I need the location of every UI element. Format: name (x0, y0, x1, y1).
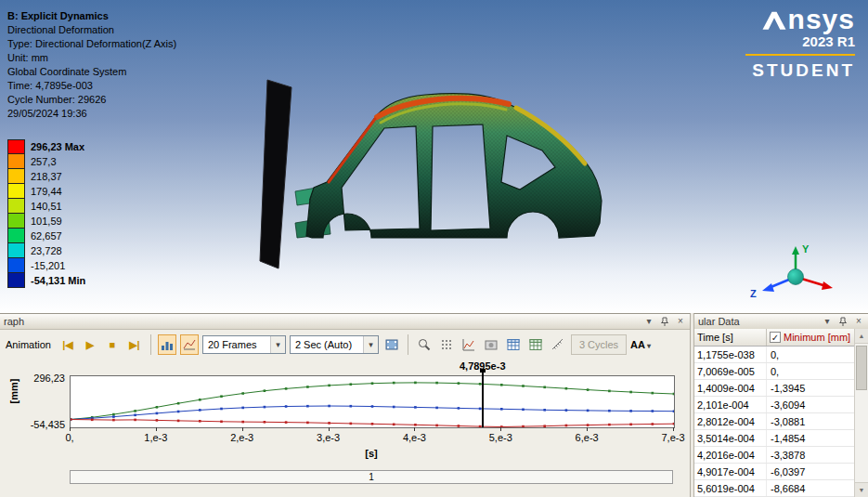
cell-minimum: -6,0397 (767, 466, 854, 477)
snapshot-button[interactable] (482, 334, 500, 355)
cell-minimum: -3,3878 (767, 450, 854, 461)
logo-edition: STUDENT (745, 60, 855, 81)
scrollbar-thumb[interactable] (856, 346, 867, 390)
table-row[interactable]: 5,6019e-004-8,6684 (694, 480, 854, 497)
chart-plot-area[interactable] (70, 375, 675, 428)
data-table: Time [s] ✓ Minimum [mm] 1,1755e-0380,7,0… (694, 329, 854, 497)
table-row[interactable]: 2,101e-004-3,6094 (694, 397, 854, 413)
x-tick-label: 3,e-3 (317, 432, 340, 443)
frames-select-value: 20 Frames (208, 339, 257, 350)
time-marker[interactable] (482, 369, 484, 427)
stop-button[interactable]: ■ (103, 334, 122, 355)
ruler-icon (551, 337, 565, 352)
table-icon (506, 337, 521, 352)
cell-time: 7,0069e-005 (694, 363, 767, 379)
cycles-button[interactable]: 3 Cycles (571, 334, 627, 355)
graph-panel-titlebar: raph ▾ × (0, 314, 690, 330)
legend-value: 62,657 (31, 230, 62, 242)
rear-quarter-warm-zone (516, 108, 585, 163)
table-row[interactable]: 1,1755e-0380, (694, 347, 854, 363)
x-tick-mark (414, 427, 415, 431)
pin-icon[interactable] (659, 317, 670, 327)
pan-button[interactable] (437, 334, 456, 355)
x-tick-mark (156, 427, 157, 431)
animation-label: Animation (6, 339, 51, 350)
legend-color-swatch (7, 229, 25, 243)
zoom-button[interactable] (415, 334, 434, 355)
tabular-panel-title: ular Data (698, 316, 740, 327)
result-set-slider[interactable]: 1 (70, 470, 673, 484)
legend-entry: 179,44 (7, 184, 85, 199)
front-rail-link (309, 199, 321, 223)
info-line: Directional Deformation (7, 23, 176, 37)
legend-entry: 218,37 (7, 169, 85, 184)
roof-rail-hot-zone (377, 98, 509, 117)
table-row[interactable]: 7,0069e-0050, (694, 363, 854, 380)
x-tick-mark (673, 427, 674, 431)
last-frame-button[interactable]: ▶| (125, 334, 144, 355)
front-rail-lower (295, 217, 330, 238)
legend-color-swatch (7, 214, 25, 229)
table-scrollbar[interactable]: ▲ ▼ (854, 329, 868, 497)
x-tick-label: 5,e-3 (489, 432, 512, 443)
scroll-up-icon[interactable]: ▲ (855, 329, 868, 344)
table-row[interactable]: 3,5014e-004-1,4854 (694, 430, 854, 447)
close-icon[interactable]: × (853, 316, 864, 327)
table-row[interactable]: 2,8012e-004-3,0881 (694, 413, 854, 430)
first-frame-button[interactable]: |◀ (58, 334, 77, 355)
table-row[interactable]: 4,9017e-004-6,0397 (694, 464, 854, 480)
export-table-alt-button[interactable] (526, 334, 545, 355)
x-tick-mark (70, 427, 71, 431)
cell-time: 4,2016e-004 (694, 447, 767, 463)
duration-select[interactable]: 2 Sec (Auto) ▾ (290, 335, 379, 354)
cell-time: 2,8012e-004 (694, 413, 767, 429)
ruler-button[interactable] (549, 334, 567, 355)
y-tick-max: 296,23 (13, 373, 65, 384)
legend-color-swatch (7, 199, 25, 214)
graph-panel: raph ▾ × Animation |◀ ▶ ■ ▶| (0, 313, 691, 497)
scroll-down-icon[interactable]: ▼ (855, 482, 868, 497)
legend-value: -15,201 (31, 260, 65, 271)
legend-entry: -54,131 Min (7, 273, 85, 288)
export-video-icon (384, 337, 399, 352)
legend-value: 101,59 (31, 216, 62, 227)
column-header-minimum[interactable]: ✓ Minimum [mm] (767, 332, 854, 343)
column-header-time[interactable]: Time [s] (694, 329, 767, 346)
bar-chart-toggle-button[interactable] (158, 334, 176, 355)
animation-toolbar: Animation |◀ ▶ ■ ▶| 20 Frames ▾ 2 Sec (0, 330, 690, 360)
legend-color-swatch (7, 139, 25, 154)
table-row[interactable]: 1,4009e-004-1,3945 (694, 380, 854, 397)
x-tick-label: 2,e-3 (230, 432, 253, 443)
font-size-button[interactable]: AA ▾ (630, 339, 651, 350)
legend-value: 179,44 (31, 186, 62, 197)
deformation-chart: [mm] 296,23 -54,435 4,7895e-3 0,1,e-32,e… (0, 360, 690, 497)
legend-entry: 62,657 (7, 229, 85, 243)
panel-menu-icon[interactable]: ▾ (643, 316, 654, 327)
cell-minimum: -1,4854 (767, 433, 854, 444)
info-line: Global Coordinate System (7, 65, 176, 79)
pin-icon[interactable] (837, 317, 849, 327)
line-chart-toggle-button[interactable] (180, 334, 199, 355)
frames-select[interactable]: 20 Frames ▾ (202, 335, 286, 354)
rigid-wall (260, 80, 291, 268)
table-header-row: Time [s] ✓ Minimum [mm] (694, 329, 854, 347)
probe-chart-icon (461, 337, 476, 352)
pan-grid-icon (439, 337, 454, 352)
table-row[interactable]: 4,2016e-004-3,3878 (694, 447, 854, 464)
roof-rail-warm-zone (381, 104, 506, 123)
probe-chart-button[interactable] (460, 334, 478, 355)
play-button[interactable]: ▶ (81, 334, 99, 355)
line-chart-icon (182, 337, 197, 352)
close-icon[interactable]: × (675, 316, 686, 327)
contour-legend: 296,23 Max257,3218,37179,44140,51101,596… (7, 139, 85, 288)
legend-entry: 140,51 (7, 199, 85, 214)
viewport-3d[interactable]: B: Explicit Dynamics Directional Deforma… (0, 0, 868, 313)
legend-value: 23,728 (31, 245, 62, 256)
coordinate-triad[interactable]: Y Z (743, 240, 854, 312)
minimum-checkbox[interactable]: ✓ (770, 332, 781, 343)
export-table-button[interactable] (504, 334, 523, 355)
result-info-block: B: Explicit Dynamics Directional Deforma… (7, 9, 176, 121)
export-video-button[interactable] (382, 334, 401, 355)
panel-menu-icon[interactable]: ▾ (822, 316, 833, 327)
cell-time: 5,6019e-004 (694, 480, 767, 496)
